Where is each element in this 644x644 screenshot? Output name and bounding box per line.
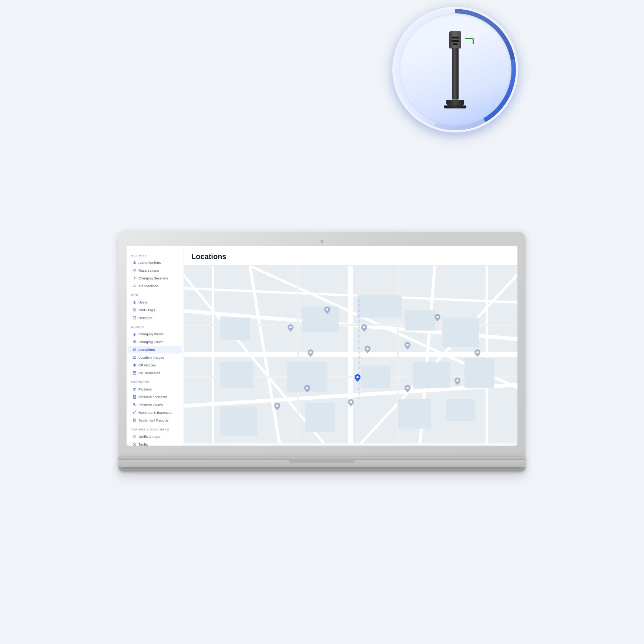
map-pin-8[interactable]	[304, 385, 310, 394]
sidebar-item-charging-sessions[interactable]: Charging Sessions	[128, 274, 182, 282]
svg-point-71	[309, 351, 312, 353]
svg-rect-61	[220, 406, 257, 436]
page-header: Locations	[184, 246, 517, 266]
template-icon	[133, 371, 136, 375]
camera	[321, 240, 323, 243]
map-pin-10[interactable]	[348, 399, 354, 408]
sidebar-item-rfid-tags[interactable]: RFID Tags	[128, 306, 182, 314]
svg-rect-52	[302, 306, 339, 332]
map-pin-5[interactable]	[308, 349, 313, 358]
charger-pole	[452, 48, 459, 100]
users-icon	[133, 388, 136, 391]
price-icon: $	[133, 443, 136, 446]
svg-rect-53	[357, 295, 402, 318]
tag-group-icon	[133, 435, 136, 439]
sidebar-item-partners[interactable]: Partners	[128, 385, 182, 393]
lock-icon	[133, 261, 136, 265]
sidebar-item-locations[interactable]: Locations	[128, 346, 182, 353]
sidebar-section-crm: CRM	[127, 290, 184, 298]
sidebar-item-tariffs[interactable]: $ Tariffs	[128, 440, 182, 446]
sidebar-item-charging-zones[interactable]: Charging Zones	[128, 338, 182, 346]
sidebar-item-location-images[interactable]: Location Images	[128, 353, 182, 361]
charger-inner	[399, 13, 511, 126]
image-icon	[133, 356, 136, 359]
charger-device	[444, 31, 466, 108]
map-pin-3[interactable]	[435, 314, 440, 323]
tag-icon	[133, 308, 136, 312]
list-icon	[133, 284, 136, 288]
svg-point-66	[326, 308, 328, 311]
charger-circle	[392, 7, 518, 133]
plug-icon	[133, 332, 136, 336]
charger-head	[449, 31, 461, 48]
contract-icon	[133, 395, 136, 399]
svg-rect-54	[405, 310, 435, 331]
map-pin-4[interactable]	[405, 342, 410, 351]
map-container[interactable]	[184, 266, 517, 443]
chart-icon	[133, 411, 136, 415]
building-icon	[133, 348, 136, 352]
laptop-base	[118, 457, 526, 467]
map-pin-9[interactable]	[274, 403, 280, 412]
svg-point-9	[134, 309, 134, 310]
map-pin-2[interactable]	[361, 324, 367, 333]
charger-cable	[465, 38, 474, 44]
map-pin-7[interactable]	[355, 374, 360, 383]
svg-point-77	[406, 387, 409, 389]
sidebar-section-assets: ASSETS	[127, 322, 184, 330]
svg-rect-1	[133, 269, 136, 272]
svg-point-20	[133, 388, 134, 389]
bolt-icon	[133, 276, 136, 280]
sidebar-section-tariffs: TARIFFS & VOUCHERS	[127, 424, 184, 433]
sidebar-item-authorizations[interactable]: Authorizations	[128, 259, 182, 266]
svg-rect-63	[398, 399, 431, 429]
svg-rect-58	[361, 366, 390, 388]
svg-point-76	[350, 401, 352, 403]
calendar-icon	[133, 269, 136, 272]
sidebar-section-activity: ACTIVITY	[127, 250, 184, 259]
charger-light-2	[452, 40, 459, 42]
svg-point-68	[363, 326, 365, 328]
svg-rect-51	[220, 318, 250, 340]
sidebar-item-revenue-expenses[interactable]: Revenue & Expenses	[128, 409, 182, 416]
map-pin-12[interactable]	[455, 378, 460, 386]
svg-point-70	[406, 344, 409, 346]
sidebar-item-reservations[interactable]: Reservations	[128, 266, 182, 274]
map-pin-6[interactable]	[365, 346, 370, 355]
page-title: Locations	[191, 252, 510, 261]
laptop-foot	[118, 467, 526, 472]
svg-point-79	[476, 351, 479, 353]
laptop: ACTIVITY Authorizations Reservations	[118, 232, 526, 472]
scene: ACTIVITY Authorizations Reservations	[0, 0, 644, 644]
sidebar-item-transactions[interactable]: Transactions	[128, 282, 182, 290]
map-pin-1[interactable]	[288, 324, 294, 333]
map-pin-0[interactable]	[324, 306, 330, 315]
svg-point-67	[289, 326, 292, 328]
map-pin-13[interactable]	[474, 349, 480, 358]
svg-point-69	[436, 316, 439, 318]
svg-point-78	[456, 379, 459, 382]
main-content: Locations	[184, 246, 517, 446]
svg-rect-11	[135, 333, 135, 334]
sidebar-item-settlement-reports[interactable]: Settlement Reports	[128, 416, 182, 424]
charger-popup	[392, 7, 518, 133]
charging-zone-icon	[133, 340, 136, 344]
sidebar-item-cp-notices[interactable]: CP Notices	[128, 361, 182, 369]
svg-rect-60	[464, 358, 494, 388]
svg-rect-62	[305, 403, 335, 432]
sidebar-item-users[interactable]: Users	[128, 298, 182, 306]
sidebar-item-cp-templates[interactable]: CP Templates	[128, 369, 182, 377]
sidebar-item-receipts[interactable]: Receipts	[128, 314, 182, 322]
sidebar-item-tariffs-groups[interactable]: Tariffs Groups	[128, 433, 182, 440]
svg-rect-0	[133, 262, 135, 264]
charger-light-3	[453, 43, 457, 45]
charger-base-plate	[444, 105, 466, 108]
sidebar-item-charging-points[interactable]: Charging Points	[128, 330, 182, 338]
svg-point-73	[356, 376, 359, 378]
bell-icon	[133, 363, 136, 367]
sidebar-item-partners-invites[interactable]: Partners Invites	[128, 401, 182, 409]
sidebar: ACTIVITY Authorizations Reservations	[127, 246, 184, 446]
map-pin-11[interactable]	[405, 385, 410, 394]
sidebar-item-partners-contracts[interactable]: Partners contracts	[128, 393, 182, 401]
svg-rect-59	[413, 362, 450, 388]
